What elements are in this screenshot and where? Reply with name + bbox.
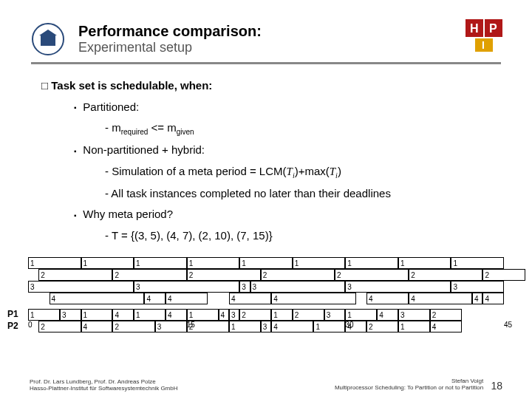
timeline-cell: 1 [134, 257, 187, 269]
timeline-row: 111111111 [28, 257, 504, 269]
timeline-chart: 1111111112222222333333444444444P11314141… [28, 257, 504, 366]
timeline-cell: 1 [451, 257, 504, 269]
timeline-cell: 4 [409, 293, 472, 304]
timeline-cell: 1 [239, 257, 293, 269]
timeline-cell: 4 [472, 293, 482, 304]
hpi-logo: H P I [466, 19, 504, 52]
slide-title: Performance comparison: [78, 22, 501, 40]
svg-text:I: I [482, 39, 485, 51]
timeline-cell: 3 [324, 309, 346, 321]
bullet-deadline: All task instances completed no later th… [105, 185, 501, 202]
timeline-cell: 4 [144, 293, 166, 304]
timeline-cell: 2 [335, 269, 409, 281]
timeline-cell: 4 [219, 309, 229, 321]
timeline-cell: 4 [50, 293, 145, 304]
content-body: Task set is schedulable, when: Partition… [31, 78, 501, 244]
timeline-cell: 2 [112, 269, 186, 281]
footer-right-author: Stefan Voigt [335, 378, 483, 384]
timeline-cell: 3 [250, 281, 346, 293]
timeline-cell: 4 [229, 293, 271, 304]
timeline-cell: 4 [482, 293, 504, 304]
timeline-cell: 2 [482, 269, 525, 281]
timeline-cell: 3 [451, 281, 504, 293]
timeline-cell: 2 [187, 269, 261, 281]
timeline-cell: 3 [60, 309, 81, 321]
page-number: 18 [491, 380, 502, 392]
header-divider [31, 62, 501, 64]
timeline-cell: 3 [398, 309, 430, 321]
timeline-cell: 2 [293, 309, 324, 321]
timeline-cell: 4 [166, 309, 187, 321]
timeline-cell: 1 [187, 257, 240, 269]
timeline-cell: 1 [345, 257, 398, 269]
timeline-row: P113141414321231432 [28, 309, 504, 321]
timeline-cell: 1 [81, 257, 134, 269]
svg-text:P: P [489, 22, 497, 35]
timeline-cell: 4 [271, 293, 355, 304]
timeline-cell: 3 [134, 281, 239, 293]
axis-tick: 30 [345, 321, 353, 329]
timeline-cell: 4 [112, 309, 134, 321]
footer-left-authors: Prof. Dr. Lars Lundberg, Prof. Dr. Andre… [30, 378, 178, 385]
bullet-why: Why meta period? [74, 206, 501, 223]
timeline-row: 2222222 [28, 269, 504, 281]
axis-tick: 45 [504, 321, 512, 329]
timeline-cell: 4 [366, 293, 409, 304]
row-label: P2 [7, 321, 18, 331]
timeline-cell: 1 [187, 309, 219, 321]
axis-tick: 15 [187, 321, 195, 329]
axis-tick: 0 [28, 321, 33, 329]
timeline-cell: 1 [293, 257, 346, 269]
slide-footer: Prof. Dr. Lars Lundberg, Prof. Dr. Andre… [30, 378, 502, 392]
bullet-tset: T = {(3, 5), (4, 7), (2, 10), (7, 15)} [105, 228, 501, 245]
timeline-cell: 3 [229, 309, 239, 321]
timeline-cell: 2 [38, 269, 112, 281]
bullet-root: Task set is schedulable, when: [41, 78, 501, 95]
timeline-cell: 1 [28, 309, 60, 321]
svg-text:H: H [470, 22, 479, 35]
bullet-partitioned: Partitioned: [74, 99, 501, 116]
timeline-cell: 4 [377, 309, 398, 321]
timeline-cell: 3 [28, 281, 134, 293]
timeline-cell: 1 [271, 309, 293, 321]
bullet-mreq: mrequired <= mgiven [105, 120, 501, 137]
timeline-cell: 2 [409, 269, 482, 281]
slide-subtitle: Experimental setup [78, 40, 501, 55]
row-label: P1 [7, 309, 18, 319]
svg-marker-2 [39, 30, 57, 35]
bullet-simulation: Simulation of a meta period = LCM(Ti)+ma… [105, 163, 501, 181]
timeline-cell: 2 [239, 309, 271, 321]
timeline-row: 444444444 [28, 293, 504, 304]
timeline-cell: 1 [345, 309, 377, 321]
timeline-row: 333333 [28, 281, 504, 293]
footer-right-topic: Multiprocessor Scheduling: To Partition … [335, 384, 483, 391]
timeline-cell: 2 [261, 269, 335, 281]
timeline-cell: 1 [398, 257, 451, 269]
timeline-cell: 3 [239, 281, 250, 293]
university-logo [31, 22, 65, 56]
timeline-cell: 1 [81, 309, 113, 321]
timeline-cell: 4 [166, 293, 208, 304]
svg-rect-1 [41, 35, 55, 46]
footer-left-institute: Hasso-Plattner-Institut für Softwaresyst… [30, 385, 178, 392]
bullet-nonpartitioned: Non-partitioned + hybrid: [74, 142, 501, 159]
timeline-cell: 1 [134, 309, 166, 321]
timeline-cell: 3 [345, 281, 451, 293]
timeline-cell: 2 [430, 309, 462, 321]
timeline-cell: 1 [28, 257, 81, 269]
